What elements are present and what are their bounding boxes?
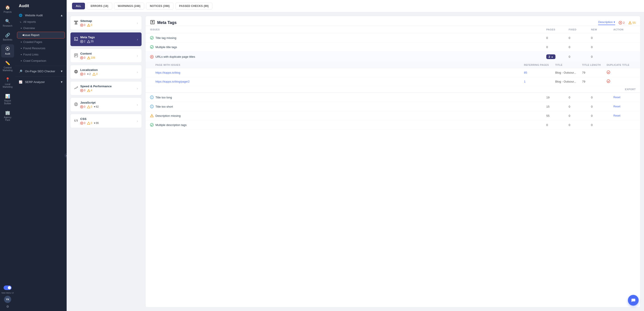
sidebar-section-serp-analyzer[interactable]: 📈 SERP Analyzer ▼ xyxy=(15,79,67,86)
backlinks-icon: 🔗 xyxy=(5,33,10,38)
css-info: ▾ 86 xyxy=(94,122,98,125)
expanded-section: URLs with duplicate page titles 2 ▲ 0 0 xyxy=(146,52,640,93)
audit-card-javascript[interactable]: JavaScript 0 0 ▾ 82 xyxy=(70,98,142,112)
audit-card-meta-tags[interactable]: Meta Tags 2 55 › xyxy=(70,32,142,46)
localization-info: ▾ 2 xyxy=(87,73,91,76)
local-marketing-icon: 📍 xyxy=(5,77,10,82)
content-warnings: 106 xyxy=(87,56,95,59)
pages-badge[interactable]: 2 ▲ xyxy=(546,54,556,59)
filter-warnings[interactable]: WARNINGS (248) xyxy=(114,3,144,10)
nav-item-audit[interactable]: Audit xyxy=(1,44,14,58)
nav-label-projects: Projects xyxy=(4,11,12,14)
nav-item-projects[interactable]: 🏠 Projects xyxy=(1,3,14,16)
chat-bubble[interactable] xyxy=(628,295,639,306)
css-errors: 0 xyxy=(80,122,86,125)
nav-item-agency-pack[interactable]: 🏢 Agency Pack xyxy=(1,108,14,124)
audit-card-content[interactable]: Content 0 106 › xyxy=(70,49,142,63)
filter-errors[interactable]: ERRORS (18) xyxy=(87,3,112,10)
sidebar-item-found-resources[interactable]: Found Resources xyxy=(15,45,67,52)
sidebar: ◀ Audit 🌐 Website Audit ▲ ↳ All reports … xyxy=(15,0,67,311)
js-info: ▾ 82 xyxy=(94,105,98,108)
sitemap-card-icon xyxy=(74,21,78,26)
reset-title-too-short[interactable]: Reset xyxy=(613,105,636,108)
description-dropdown[interactable]: Description ▾ xyxy=(598,20,615,25)
js-card-icon xyxy=(74,102,78,107)
content-card-arrow: › xyxy=(137,54,138,58)
svg-marker-22 xyxy=(87,40,90,43)
table-row: Multiple description tags 0 0 0 xyxy=(146,120,640,130)
user-avatar[interactable]: YK xyxy=(4,296,11,303)
svg-line-51 xyxy=(76,120,76,122)
svg-rect-3 xyxy=(76,21,76,22)
collapse-button[interactable]: ◀ xyxy=(64,153,67,158)
reset-title-too-long[interactable]: Reset xyxy=(613,96,636,99)
sidebar-item-crawl-comparison[interactable]: Crawl Comparison xyxy=(15,58,67,64)
duplicate-icon-1 xyxy=(607,71,636,75)
sidebar-item-all-reports[interactable]: ↳ All reports xyxy=(15,19,67,25)
svg-point-75 xyxy=(152,106,152,106)
audit-card-sitemap[interactable]: Sitemap 0 0 › xyxy=(70,16,142,30)
meta-tags-card-icon xyxy=(74,37,78,42)
duplicate-icon-2 xyxy=(607,79,636,84)
svg-rect-4 xyxy=(77,21,78,22)
sidebar-divider-1 xyxy=(15,66,67,66)
svg-point-62 xyxy=(630,24,630,24)
css-card-arrow: › xyxy=(137,119,138,123)
nav-label-research: Research xyxy=(3,25,12,27)
sub-table-row: https://kapps.io/blog/page/2 1 Blog - Ou… xyxy=(146,77,640,86)
js-card-arrow: › xyxy=(137,103,138,107)
svg-marker-55 xyxy=(87,122,90,124)
bullet-dot-3 xyxy=(21,48,22,49)
audit-card-css[interactable]: CSS 0 0 ▾ 86 xyxy=(70,114,142,128)
nav-item-backlinks[interactable]: 🔗 Backlinks xyxy=(1,31,14,43)
meta-tags-card-title: Meta Tags xyxy=(80,36,95,39)
svg-point-79 xyxy=(150,123,154,126)
sidebar-item-found-links[interactable]: Found Links xyxy=(15,52,67,58)
speed-errors: 0 xyxy=(80,89,86,92)
table-row: Multiple title tags 0 0 0 xyxy=(146,43,640,52)
filter-passed[interactable]: PASSED CHECKS (89) xyxy=(175,3,213,10)
nav-item-research[interactable]: 🔍 Research xyxy=(1,17,14,30)
url-link-1[interactable]: https://kapps.io/blog xyxy=(156,71,524,74)
filter-all[interactable]: ALL xyxy=(72,3,85,10)
header-error-count: 2 xyxy=(619,21,624,24)
sidebar-item-overview[interactable]: Overview xyxy=(15,25,67,31)
nav-item-content-marketing[interactable]: ✏️ Content Marketing xyxy=(1,58,14,74)
localization-card-icon xyxy=(74,70,78,75)
table-row: Title too long 19 0 0 Reset xyxy=(146,93,640,102)
sidebar-section-website-audit[interactable]: 🌐 Website Audit ▲ xyxy=(15,12,67,19)
globe-icon: 🌐 xyxy=(19,14,22,17)
export-label[interactable]: EXPORT xyxy=(625,88,636,91)
table-header: ISSUES PAGES FIXED NEW ACTION xyxy=(146,26,640,33)
search-icon: 🔎 xyxy=(19,70,22,73)
svg-rect-2 xyxy=(74,21,75,22)
speed-card-title: Speed & Performance xyxy=(80,85,112,88)
filter-notices[interactable]: NOTICES (398) xyxy=(146,3,174,10)
nav-label-report-builder: Report Builder xyxy=(2,100,13,105)
reset-description-missing[interactable]: Reset xyxy=(613,114,636,117)
localization-warnings: 0 xyxy=(92,73,98,76)
sidebar-item-crawled-pages[interactable]: Crawled Pages xyxy=(15,39,67,45)
nav-item-local-marketing[interactable]: 📍 Local Marketing xyxy=(1,75,14,91)
expanded-row-trigger[interactable]: URLs with duplicate page titles 2 ▲ 0 0 xyxy=(146,52,640,62)
sidebar-item-issue-report[interactable]: Issue Report xyxy=(17,32,65,39)
svg-rect-23 xyxy=(74,54,78,57)
audit-card-speed-performance[interactable]: Speed & Performance 0 4 xyxy=(70,81,142,95)
settings-icon[interactable]: ⚙ xyxy=(6,305,9,308)
content-card-title: Content xyxy=(80,52,95,55)
content-area: Sitemap 0 0 › xyxy=(67,12,644,311)
sidebar-section-onpage-seo[interactable]: 🔎 On-Page SEO Checker ▼ xyxy=(15,68,67,75)
localization-card-arrow: › xyxy=(137,70,138,74)
chevron-down-icon-2: ▼ xyxy=(60,80,63,84)
speed-card-icon xyxy=(74,86,78,91)
meta-tags-errors: 2 xyxy=(80,40,86,43)
new-menu-toggle[interactable] xyxy=(4,285,12,290)
speed-card-arrow: › xyxy=(137,87,138,90)
report-builder-icon: 📊 xyxy=(5,94,10,99)
title-2: Blog - Outsour... xyxy=(555,80,582,83)
audit-card-localization[interactable]: Localization 0 ▾ 2 0 xyxy=(70,65,142,79)
success-icon-3 xyxy=(150,123,154,127)
info-icon xyxy=(150,96,154,99)
nav-item-report-builder[interactable]: 📊 Report Builder xyxy=(1,92,14,107)
url-link-2[interactable]: https://kapps.io/blog/page/2 xyxy=(156,80,524,83)
